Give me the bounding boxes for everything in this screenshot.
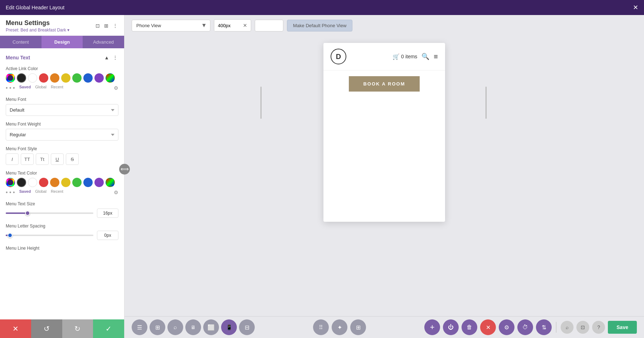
save-btn[interactable]: Save <box>608 321 637 334</box>
table-btn[interactable]: ⊞ <box>350 319 366 335</box>
far-layout-btn[interactable]: ⊡ <box>576 321 589 334</box>
title-bar-text: Edit Global Header Layout <box>6 5 64 10</box>
capitalize-btn[interactable]: Tt <box>36 153 49 165</box>
tab-bar: Content Design Advanced <box>0 36 124 48</box>
tablet-view-btn[interactable]: ⬜ <box>203 319 219 335</box>
global-tab[interactable]: Global <box>35 85 47 91</box>
make-default-view-btn[interactable]: Make Default Phone View <box>287 20 352 31</box>
text-size-input[interactable] <box>97 209 118 218</box>
search-view-btn[interactable]: ⌕ <box>167 319 183 335</box>
text-color-swatch-gradient[interactable] <box>106 178 115 187</box>
text-size-slider-track[interactable] <box>6 212 93 214</box>
text-size-slider-thumb[interactable] <box>25 211 30 216</box>
sparkle-btn[interactable]: ✦ <box>332 319 347 335</box>
close-button[interactable]: ✕ <box>633 4 638 11</box>
settings-btn[interactable]: ⚙ <box>499 319 514 335</box>
color-swatch-gradient[interactable] <box>106 73 115 83</box>
section-title: Menu Text <box>6 55 30 60</box>
text-color-swatch-yellow[interactable] <box>61 178 70 187</box>
menu-font-weight-select[interactable]: Regular Bold Light Medium <box>6 129 118 141</box>
color-swatch-black[interactable] <box>17 73 26 83</box>
text-global-tab[interactable]: Global <box>35 189 47 196</box>
tab-advanced[interactable]: Advanced <box>83 36 124 48</box>
toolbar-divider <box>556 322 556 333</box>
color-picker-btn[interactable] <box>6 73 15 83</box>
color-swatch-red[interactable] <box>39 73 48 83</box>
power-btn[interactable]: ⏻ <box>443 319 459 335</box>
menu-font-select[interactable]: Default Arial Georgia Helvetica <box>6 104 118 116</box>
text-color-settings-icon[interactable]: ⚙ <box>114 190 118 195</box>
panel-confirm-btn[interactable]: ✓ <box>93 319 124 338</box>
far-help-btn[interactable]: ? <box>592 321 605 334</box>
columns-icon-btn[interactable]: ⊞ <box>103 22 109 29</box>
book-room-btn[interactable]: BOOK A ROOM <box>349 76 419 92</box>
layout-view-btn[interactable]: ⊟ <box>239 319 255 335</box>
text-color-dots[interactable]: • • • <box>6 189 15 196</box>
menu-font-style-label: Menu Font Style <box>6 146 118 151</box>
tab-content[interactable]: Content <box>0 36 42 48</box>
italic-btn[interactable]: I <box>6 153 19 165</box>
drag-line-left[interactable] <box>260 87 262 119</box>
px-close-btn[interactable]: ✕ <box>239 20 251 31</box>
text-color-swatch-red[interactable] <box>39 178 48 187</box>
color-settings-icon[interactable]: ⚙ <box>114 85 118 91</box>
panel-undo-btn[interactable]: ↺ <box>31 319 62 338</box>
drag-line-right[interactable] <box>486 87 487 119</box>
panel-bottom-bar: ✕ ↺ ↻ ✓ <box>0 319 124 338</box>
phone-view-btn[interactable]: 📱 <box>221 319 237 335</box>
text-saved-tab[interactable]: Saved <box>19 189 31 196</box>
menu-line-height-row: Menu Line Height <box>6 246 118 251</box>
text-color-swatch-orange[interactable] <box>50 178 59 187</box>
color-swatch-white[interactable] <box>28 73 37 83</box>
letter-spacing-slider-thumb[interactable] <box>8 233 13 238</box>
color-swatch-orange[interactable] <box>50 73 59 83</box>
text-size-slider-fill <box>6 212 28 214</box>
grid-view-btn[interactable]: ⊞ <box>150 319 165 335</box>
far-search-btn[interactable]: ⌕ <box>561 321 574 334</box>
more-icon-btn[interactable]: ⋮ <box>112 22 118 29</box>
underline-btn[interactable]: U <box>51 153 64 165</box>
section-more-btn[interactable]: ⋮ <box>112 54 118 61</box>
color-swatch-blue[interactable] <box>83 73 93 83</box>
arrows-btn[interactable]: ⇅ <box>536 319 552 335</box>
saved-tab[interactable]: Saved <box>19 85 31 91</box>
strikethrough-btn[interactable]: S <box>66 153 79 165</box>
history-btn[interactable]: ⏱ <box>517 319 533 335</box>
color-swatch-purple[interactable] <box>94 73 104 83</box>
close-action-btn[interactable]: ✕ <box>480 319 496 335</box>
menu-view-btn[interactable]: ☰ <box>132 319 147 335</box>
dot-grid-btn[interactable]: ⠿ <box>313 319 329 335</box>
color-dots[interactable]: • • • <box>6 85 15 91</box>
view-select[interactable]: Phone View Desktop View Tablet View <box>132 20 210 31</box>
view-select-wrapper: Phone View Desktop View Tablet View ▼ <box>132 20 210 31</box>
uppercase-btn[interactable]: TT <box>21 153 34 165</box>
recent-tab[interactable]: Recent <box>51 85 63 91</box>
settings-icon-btn[interactable]: ⊡ <box>95 22 101 29</box>
tab-design[interactable]: Design <box>42 36 83 48</box>
panel-redo-btn[interactable]: ↻ <box>62 319 93 338</box>
trash-btn[interactable]: 🗑 <box>462 319 477 335</box>
text-color-swatch-blue[interactable] <box>83 178 93 187</box>
hamburger-icon[interactable]: ≡ <box>434 53 438 61</box>
action-buttons: ⠿ ✦ ⊞ <box>313 319 366 335</box>
text-color-swatch-black[interactable] <box>17 178 26 187</box>
text-color-swatch-purple[interactable] <box>94 178 104 187</box>
section-collapse-btn[interactable]: ▲ <box>103 54 110 61</box>
view-mode-buttons: ☰ ⊞ ⌕ 🖥 ⬜ 📱 ⊟ <box>132 319 255 335</box>
px-input[interactable] <box>214 20 239 31</box>
add-btn[interactable]: + <box>424 319 440 335</box>
resize-handle[interactable]: ⟺ <box>119 164 130 175</box>
letter-spacing-slider-track[interactable] <box>6 235 93 236</box>
text-color-swatch-green[interactable] <box>72 178 82 187</box>
phone-nav: 🛒 0 items 🔍 ≡ <box>392 53 438 61</box>
desktop-view-btn[interactable]: 🖥 <box>185 319 201 335</box>
search-icon[interactable]: 🔍 <box>421 53 429 60</box>
text-color-swatch-white[interactable] <box>28 178 37 187</box>
panel-close-btn[interactable]: ✕ <box>0 319 31 338</box>
text-color-picker-btn[interactable] <box>6 178 15 187</box>
color-swatch-green[interactable] <box>72 73 82 83</box>
letter-spacing-input[interactable] <box>97 231 118 240</box>
text-recent-tab[interactable]: Recent <box>51 189 63 196</box>
color-swatch-yellow[interactable] <box>61 73 70 83</box>
title-bar: Edit Global Header Layout ✕ <box>0 0 644 15</box>
